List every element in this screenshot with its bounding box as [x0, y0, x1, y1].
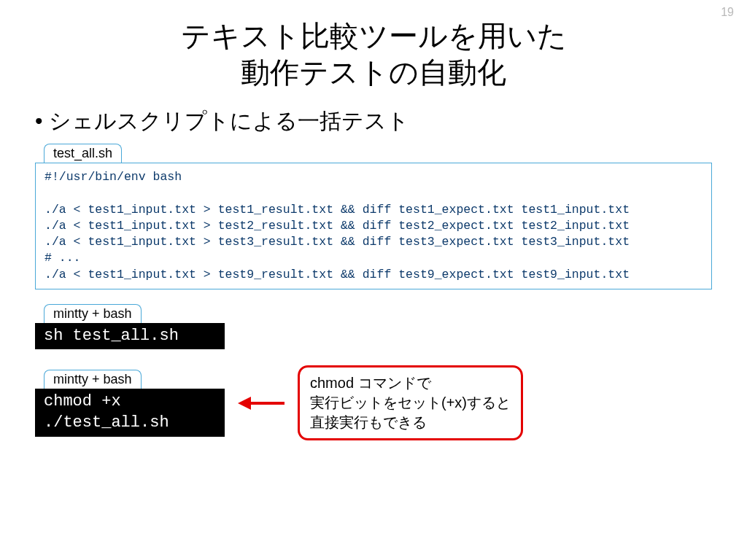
- title-line-2: 動作テストの自動化: [241, 56, 506, 88]
- callout-line: 直接実行もできる: [310, 414, 427, 430]
- code-content-dark: sh test_all.sh: [35, 323, 225, 350]
- code-block-3-row: mintty + bash chmod +x ./test_all.sh chm…: [35, 365, 712, 440]
- arrow-left-icon: [238, 394, 285, 413]
- bullet-item: シェルスクリプトによる一括テスト: [35, 106, 712, 136]
- callout-box: chmod コマンドで 実行ビットをセット(+x)すると 直接実行もできる: [298, 365, 523, 440]
- callout-line: 実行ビットをセット(+x)すると: [310, 394, 511, 411]
- svg-marker-1: [238, 397, 251, 410]
- slide-title: テキスト比較ツールを用いた 動作テストの自動化: [0, 18, 747, 90]
- slide-content: シェルスクリプトによる一括テスト test_all.sh #!/usr/bin/…: [0, 106, 747, 440]
- title-line-1: テキスト比較ツールを用いた: [181, 20, 567, 52]
- code-block-2: mintty + bash sh test_all.sh: [35, 304, 712, 350]
- code-block-3: mintty + bash chmod +x ./test_all.sh: [35, 370, 225, 436]
- code-content-light: #!/usr/bin/env bash ./a < test1_input.tx…: [35, 163, 712, 289]
- code-tab-label: mintty + bash: [44, 370, 142, 389]
- code-block-1: test_all.sh #!/usr/bin/env bash ./a < te…: [35, 144, 712, 289]
- code-content-dark: chmod +x ./test_all.sh: [35, 389, 225, 436]
- callout-line: chmod コマンドで: [310, 375, 431, 391]
- page-number: 19: [721, 6, 734, 19]
- code-tab-label: mintty + bash: [44, 304, 142, 323]
- code-tab-label: test_all.sh: [44, 144, 122, 163]
